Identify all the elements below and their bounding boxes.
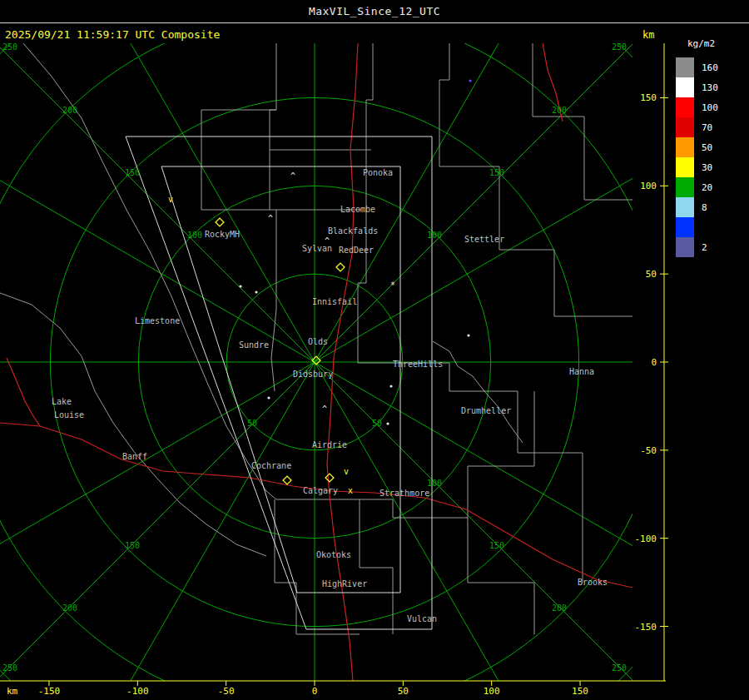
- bottom-axis-tick-label: -150: [38, 686, 61, 697]
- range-label: 200: [552, 603, 567, 613]
- legend-swatch: [676, 77, 694, 97]
- legend-value-label: 2: [702, 242, 707, 253]
- legend-value-label: 30: [702, 162, 712, 173]
- timestamp-label: 2025/09/21 11:59:17 UTC Composite: [5, 28, 220, 41]
- caret-marker: ^: [268, 214, 273, 223]
- bottom-axis-tick-label: -100: [126, 686, 149, 697]
- city-label-hanna: Hanna: [569, 367, 594, 376]
- city-labels: PonokaLacombeBlackfaldsSylvanRedDeerRock…: [52, 168, 608, 623]
- x-marker: x: [348, 486, 353, 495]
- window-titlebar: MaxVIL_Since_12_UTC: [0, 0, 749, 23]
- legend-value-label: 100: [702, 102, 718, 113]
- range-label: 50: [247, 419, 257, 428]
- city-label-ponoka: Ponoka: [363, 168, 393, 177]
- legend-swatch: [676, 57, 694, 77]
- right-axis-tick-label: -150: [635, 622, 657, 633]
- range-label: 150: [125, 541, 140, 550]
- axes: 150100500-50-100-150-150-100-50050100150…: [0, 43, 668, 697]
- site-markers: vvx*^^^^: [168, 79, 472, 495]
- right-axis-tick-label: 0: [651, 357, 657, 368]
- city-label-calgary: Calgary: [303, 486, 338, 495]
- legend-item: 160: [676, 57, 746, 77]
- right-axis-tick-label: -50: [640, 445, 657, 456]
- dot-marker: [255, 290, 257, 293]
- range-label: 250: [2, 663, 17, 673]
- dot-marker: [267, 396, 270, 399]
- range-label: 250: [612, 663, 627, 673]
- city-label-lacombe: Lacombe: [340, 205, 375, 214]
- city-label-rockymh: RockyMH: [205, 230, 240, 239]
- range-label: 200: [62, 106, 77, 115]
- caret-marker: ^: [290, 171, 295, 181]
- bottom-axis-unit: km: [7, 686, 18, 697]
- city-label-louise: Louise: [54, 410, 84, 420]
- asterisk-marker: *: [390, 280, 395, 290]
- right-axis-tick-label: 150: [640, 92, 657, 103]
- city-label-brooks: Brooks: [578, 578, 608, 587]
- city-label-didsbury: Didsbury: [293, 370, 333, 379]
- legend-item: 30: [676, 157, 746, 177]
- legend-swatch: [676, 177, 694, 197]
- legend-swatch: [676, 97, 694, 117]
- range-label: 150: [489, 168, 504, 177]
- range-label: 150: [125, 168, 140, 177]
- legend-swatch: [676, 137, 694, 157]
- city-label-strathmore: Strathmore: [379, 489, 429, 498]
- radar-site-diamond-marker: [283, 476, 291, 484]
- legend-swatch: [676, 157, 694, 177]
- city-label-okotoks: Okotoks: [316, 550, 351, 559]
- city-label-reddeer: RedDeer: [339, 246, 374, 255]
- legend-item: 130: [676, 77, 746, 97]
- legend-value-label: 70: [702, 122, 712, 133]
- city-label-drumheller: Drumheller: [461, 406, 511, 415]
- legend-item: 50: [676, 137, 746, 157]
- city-label-banff: Banff: [122, 452, 147, 461]
- city-label-highriver: HighRiver: [322, 579, 367, 588]
- range-label: 200: [552, 106, 567, 115]
- bottom-axis-tick-label: 150: [572, 686, 588, 697]
- caret-marker: ^: [322, 405, 327, 414]
- legend-item: 8: [676, 197, 746, 217]
- city-label-lake: Lake: [52, 397, 72, 406]
- city-label-threehills: ThreeHills: [393, 360, 443, 369]
- city-label-innisfail: Innisfail: [312, 297, 357, 306]
- range-label: 50: [372, 419, 382, 428]
- legend-value-label: 8: [702, 202, 707, 213]
- vil-color-legend: kg/m2 1601301007050302082: [676, 38, 746, 257]
- bottom-axis-tick-label: 50: [398, 686, 409, 697]
- window-title: MaxVIL_Since_12_UTC: [309, 5, 440, 17]
- city-label-olds: Olds: [308, 337, 328, 346]
- city-label-sylvan: Sylvan: [302, 244, 332, 253]
- dot-marker: [386, 422, 389, 424]
- bottom-axis-tick-label: 100: [484, 686, 500, 697]
- dot-marker: [467, 334, 469, 336]
- city-label-blackfalds: Blackfalds: [328, 226, 378, 236]
- range-label: 250: [2, 42, 17, 52]
- city-label-stettler: Stettler: [464, 235, 504, 244]
- legend-item: 2: [676, 237, 746, 257]
- legend-value-label: 130: [702, 82, 718, 93]
- legend-value-label: 160: [702, 62, 718, 73]
- bottom-axis-tick-label: -50: [218, 686, 235, 697]
- range-label: 100: [427, 479, 442, 488]
- v-marker: v: [344, 467, 349, 476]
- legend-swatch: [676, 237, 694, 257]
- city-label-limestone: Limestone: [135, 316, 180, 325]
- radar-map-canvas[interactable]: 2502001501001001502002501502002505050100…: [0, 0, 749, 700]
- city-label-vulcan: Vulcan: [407, 614, 437, 623]
- legend-swatch: [676, 197, 694, 217]
- legend-item: [676, 217, 746, 237]
- dot-marker: [239, 285, 241, 287]
- radar-site-diamond-marker: [336, 263, 345, 271]
- legend-value-label: 20: [702, 182, 712, 193]
- legend-swatch: [676, 117, 694, 137]
- legend-item: 70: [676, 117, 746, 137]
- range-label: 100: [187, 231, 202, 240]
- dot-marker: [389, 385, 392, 387]
- range-label: 100: [427, 231, 442, 240]
- right-axis-unit-label: km: [642, 29, 654, 41]
- radar-site-diamond-marker: [325, 474, 334, 482]
- right-axis-tick-label: -100: [635, 534, 657, 544]
- range-label: 250: [612, 42, 627, 52]
- range-label: 150: [489, 541, 504, 550]
